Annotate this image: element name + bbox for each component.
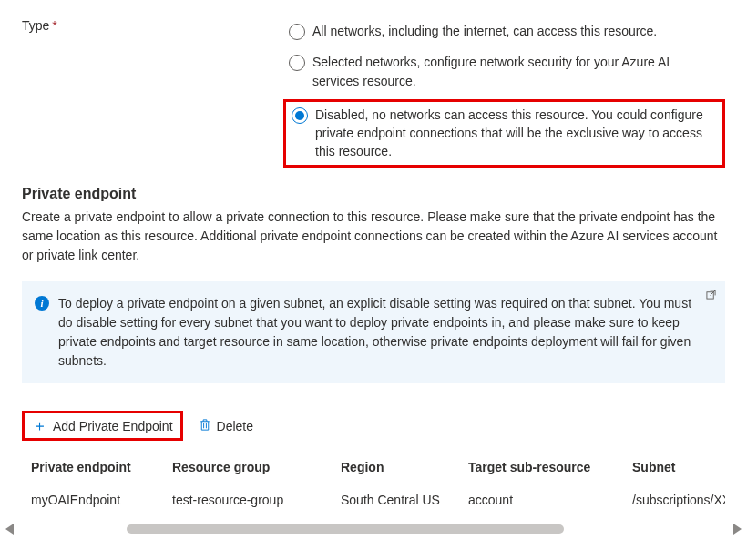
scroll-left-arrow-icon[interactable] <box>5 524 14 535</box>
cell-resource-group: test-resource-group <box>172 493 341 507</box>
radio-label: Disabled, no networks can access this re… <box>315 106 717 161</box>
radio-label: Selected networks, configure network sec… <box>312 53 720 90</box>
col-header-private-endpoint[interactable]: Private endpoint <box>22 460 172 474</box>
radio-option-selected-networks[interactable]: Selected networks, configure network sec… <box>283 49 725 94</box>
private-endpoint-toolbar: ＋ Add Private Endpoint Delete <box>22 411 725 442</box>
horizontal-scrollbar[interactable] <box>0 524 747 542</box>
radio-label: All networks, including the internet, ca… <box>312 22 657 40</box>
delete-button-label: Delete <box>217 419 253 433</box>
private-endpoint-section-title: Private endpoint <box>22 186 725 202</box>
private-endpoint-section-description: Create a private endpoint to allow a pri… <box>22 208 725 265</box>
plus-icon: ＋ <box>32 418 47 433</box>
cell-target-sub-resource: account <box>468 493 632 507</box>
network-type-field: Type* All networks, including the intern… <box>22 18 725 168</box>
required-asterisk: * <box>52 18 56 33</box>
add-button-label: Add Private Endpoint <box>53 419 173 433</box>
network-type-label: Type* <box>22 18 272 168</box>
radio-icon <box>289 24 305 40</box>
radio-option-disabled[interactable]: Disabled, no networks can access this re… <box>283 99 725 168</box>
col-header-subnet[interactable]: Subnet <box>632 460 725 474</box>
info-callout: i To deploy a private endpoint on a give… <box>22 281 725 383</box>
info-text: To deploy a private endpoint on a given … <box>58 294 711 371</box>
label-text: Type <box>22 18 49 33</box>
trash-icon <box>199 418 211 434</box>
radio-icon <box>292 107 308 124</box>
scroll-thumb[interactable] <box>127 524 564 534</box>
cell-subnet: /subscriptions/XXXX- <box>632 493 725 507</box>
scroll-right-arrow-icon[interactable] <box>733 524 742 535</box>
radio-icon <box>289 55 305 71</box>
col-header-region[interactable]: Region <box>341 460 468 474</box>
network-type-radio-group: All networks, including the internet, ca… <box>283 18 725 168</box>
add-private-endpoint-button[interactable]: ＋ Add Private Endpoint <box>22 411 183 441</box>
col-header-target-sub-resource[interactable]: Target sub-resource <box>468 460 632 474</box>
table-header-row: Private endpoint Resource group Region T… <box>22 453 725 484</box>
delete-button[interactable]: Delete <box>189 411 263 442</box>
col-header-resource-group[interactable]: Resource group <box>172 460 341 474</box>
radio-option-all-networks[interactable]: All networks, including the internet, ca… <box>283 18 725 44</box>
scroll-track[interactable] <box>17 524 730 534</box>
table-row[interactable]: myOAIEndpoint test-resource-group South … <box>22 484 725 516</box>
info-icon: i <box>35 296 49 311</box>
cell-private-endpoint: myOAIEndpoint <box>22 493 172 507</box>
popout-icon[interactable] <box>706 289 716 302</box>
cell-region: South Central US <box>341 493 468 507</box>
private-endpoints-table: Private endpoint Resource group Region T… <box>22 453 725 516</box>
